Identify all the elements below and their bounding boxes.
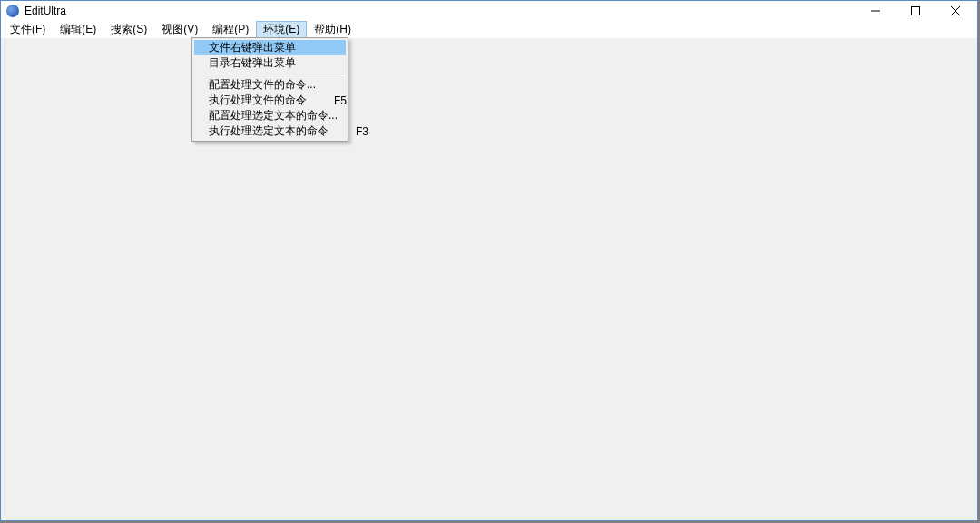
window-title: EditUltra xyxy=(24,5,856,17)
app-window: EditUltra 文件(F)编辑(E)搜索(S)视图(V)编程(P)环境(E)… xyxy=(0,0,978,521)
menu-item-label: 配置处理文件的命令... xyxy=(209,77,328,93)
menu-item-run-seltxt-cmd[interactable]: 执行处理选定文本的命令F3 xyxy=(194,123,346,139)
menu-separator xyxy=(205,74,344,74)
app-icon xyxy=(6,5,19,17)
maximize-button[interactable] xyxy=(896,1,936,21)
menu-item-dir-rclick-menu[interactable]: 目录右键弹出菜单 xyxy=(194,55,346,71)
window-controls xyxy=(856,1,975,21)
close-button[interactable] xyxy=(936,1,975,21)
menu-env[interactable]: 环境(E) xyxy=(256,21,307,38)
menu-item-accelerator: F5 xyxy=(334,94,347,107)
menu-item-accelerator: F3 xyxy=(356,125,368,138)
menu-item-label: 文件右键弹出菜单 xyxy=(209,40,328,55)
menu-item-cfg-seltxt-cmd[interactable]: 配置处理选定文本的命令... xyxy=(194,108,346,123)
menu-help[interactable]: 帮助(H) xyxy=(307,21,358,38)
menu-item-label: 执行处理文件的命令 xyxy=(209,93,307,108)
menu-item-file-rclick-menu[interactable]: 文件右键弹出菜单 xyxy=(194,40,346,55)
menu-item-run-file-cmd[interactable]: 执行处理文件的命令F5 xyxy=(194,93,346,108)
menu-coding[interactable]: 编程(P) xyxy=(205,21,256,38)
titlebar[interactable]: EditUltra xyxy=(1,1,977,21)
client-area: 文件右键弹出菜单目录右键弹出菜单配置处理文件的命令...执行处理文件的命令F5配… xyxy=(1,38,977,520)
env-dropdown-menu: 文件右键弹出菜单目录右键弹出菜单配置处理文件的命令...执行处理文件的命令F5配… xyxy=(191,37,348,142)
menu-search[interactable]: 搜索(S) xyxy=(103,21,154,38)
menu-edit[interactable]: 编辑(E) xyxy=(53,21,103,38)
menu-file[interactable]: 文件(F) xyxy=(3,21,53,38)
menubar: 文件(F)编辑(E)搜索(S)视图(V)编程(P)环境(E)帮助(H) xyxy=(1,21,977,38)
menu-item-label: 执行处理选定文本的命令 xyxy=(209,123,328,139)
svg-rect-0 xyxy=(912,7,920,15)
menu-item-label: 配置处理选定文本的命令... xyxy=(209,108,338,123)
menu-item-cfg-file-cmd[interactable]: 配置处理文件的命令... xyxy=(194,77,346,93)
minimize-button[interactable] xyxy=(856,1,896,21)
menu-view[interactable]: 视图(V) xyxy=(154,21,205,38)
menu-item-label: 目录右键弹出菜单 xyxy=(209,55,328,71)
